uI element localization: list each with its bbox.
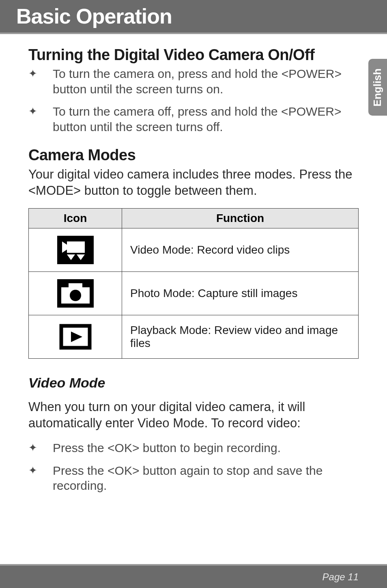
bullet-text: To turn the camera on, press and hold th…: [53, 66, 359, 97]
table-row: Photo Mode: Capture still images: [29, 271, 359, 315]
modes-table: Icon Function Video Mode: Record video c: [28, 208, 359, 359]
bullet-text: Press the <OK> button again to stop and …: [53, 463, 359, 493]
photo-camera-icon: [57, 279, 94, 308]
four-point-star-icon: ✦: [28, 440, 53, 456]
four-point-star-icon: ✦: [28, 66, 53, 97]
list-item: ✦ Press the <OK> button to begin recordi…: [28, 440, 359, 456]
function-cell: Video Mode: Record video clips: [122, 228, 359, 271]
svg-point-7: [70, 290, 81, 301]
bullet-text: To turn the camera off, press and hold t…: [53, 104, 359, 134]
playback-icon: [57, 323, 94, 351]
footer-band: Page 11: [0, 566, 387, 588]
table-header-icon: Icon: [29, 208, 122, 228]
list-item: ✦ To turn the camera on, press and hold …: [28, 66, 359, 97]
four-point-star-icon: ✦: [28, 463, 53, 493]
language-tab: English: [368, 59, 387, 116]
function-cell: Photo Mode: Capture still images: [122, 271, 359, 315]
icon-cell: [29, 271, 122, 315]
icon-cell: [29, 228, 122, 271]
header-title: Basic Operation: [16, 4, 172, 28]
svg-rect-6: [69, 283, 82, 288]
section-heading-modes: Camera Modes: [28, 146, 359, 164]
table-row: Video Mode: Record video clips: [29, 228, 359, 271]
four-point-star-icon: ✦: [28, 104, 53, 134]
icon-cell: [29, 315, 122, 358]
list-item: ✦ Press the <OK> button again to stop an…: [28, 463, 359, 493]
language-tab-label: English: [372, 68, 384, 106]
video-camera-icon: [57, 236, 94, 264]
header-band: Basic Operation: [0, 0, 387, 32]
table-header-function: Function: [122, 208, 359, 228]
function-cell: Playback Mode: Review video and image fi…: [122, 315, 359, 358]
video-mode-bullet-list: ✦ Press the <OK> button to begin recordi…: [28, 440, 359, 493]
video-mode-intro: When you turn on your digital video came…: [28, 399, 359, 432]
section-heading-power: Turning the Digital Video Camera On/Off: [28, 46, 359, 64]
page-number: Page 11: [322, 571, 359, 583]
subsection-heading-video-mode: Video Mode: [28, 375, 359, 391]
list-item: ✦ To turn the camera off, press and hold…: [28, 104, 359, 134]
bullet-text: Press the <OK> button to begin recording…: [53, 440, 359, 456]
power-bullet-list: ✦ To turn the camera on, press and hold …: [28, 66, 359, 134]
table-row: Playback Mode: Review video and image fi…: [29, 315, 359, 358]
svg-marker-9: [71, 332, 82, 342]
modes-intro: Your digital video camera includes three…: [28, 166, 359, 199]
